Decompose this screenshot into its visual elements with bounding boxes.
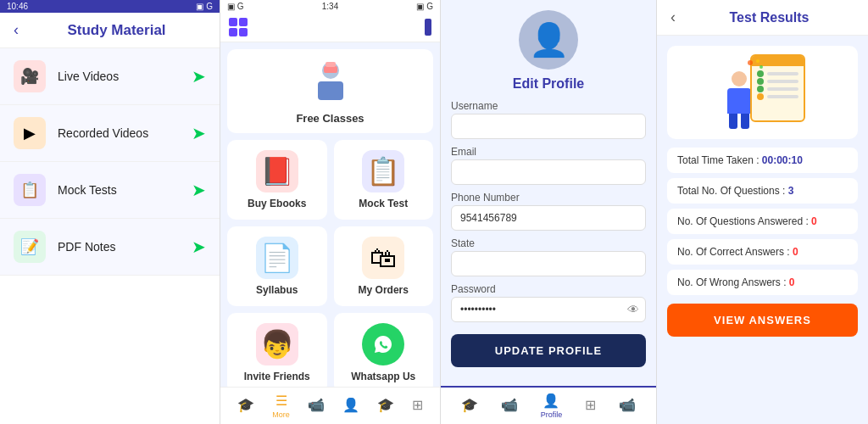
syllabus-card[interactable]: 📄 Syllabus — [227, 226, 327, 306]
clipboard-line-1 — [757, 71, 798, 75]
avatar-section: 👤 — [451, 10, 646, 70]
mock-tests-arrow: ➤ — [192, 180, 206, 200]
clipboard-text-3 — [767, 87, 798, 91]
home-icon-3: 🎓 — [461, 397, 478, 413]
email-input[interactable] — [451, 159, 646, 185]
svg-rect-2 — [324, 66, 337, 73]
nav-grid-3[interactable]: ⊞ — [585, 397, 596, 415]
clipboard-text-1 — [767, 72, 798, 75]
pdf-notes-label: PDF Notes — [58, 240, 192, 254]
edit-profile-content: 👤 Edit Profile Username Email Phone Numb… — [441, 0, 656, 386]
results-illustration — [721, 54, 805, 131]
syllabus-icon: 📄 — [256, 237, 298, 279]
check-icon-4 — [757, 93, 764, 100]
syllabus-label: Syllabus — [256, 284, 298, 296]
recorded-videos-label: Recorded Videos — [58, 126, 192, 140]
username-label: Username — [451, 100, 646, 112]
status-time-2: 1:34 — [322, 2, 338, 11]
whatsapp-icon — [362, 323, 404, 365]
nav-more-3[interactable]: 📹 — [619, 397, 636, 415]
result-questions-answered: No. Of Questions Answered : 0 — [667, 209, 858, 234]
total-questions-label: Total No. Of Questions : — [677, 185, 788, 197]
nav-profile-2[interactable]: 👤 — [342, 397, 359, 415]
grid-cards-container: 📕 Buy Ebooks 📋 Mock Test 📄 Syllabus 🛍 My… — [227, 140, 433, 387]
nav-grid-2[interactable]: ⊞ — [412, 397, 423, 415]
avatar: 👤 — [519, 10, 578, 70]
test-results-content: Total Time Taken : 00:00:10 Total No. Of… — [657, 36, 868, 424]
person-head — [732, 71, 747, 86]
update-profile-button[interactable]: UPDATE PROFILE — [451, 334, 646, 367]
side-indicator — [425, 19, 431, 36]
results-illustration-container — [667, 46, 858, 139]
username-field-group: Username — [451, 100, 646, 139]
whatsapp-us-card[interactable]: Whatsapp Us — [334, 313, 434, 387]
sidebar-item-mock-tests[interactable]: 📋 Mock Tests ➤ — [0, 162, 220, 219]
grid-icon-2: ⊞ — [412, 397, 423, 413]
free-classes-card[interactable]: Free Classes — [227, 49, 433, 133]
email-field-group: Email — [451, 146, 646, 185]
panel2-bottom-nav: 🎓 ☰ More 📹 👤 🎓 ⊞ — [220, 387, 440, 424]
more-icon-2: ☰ — [275, 393, 287, 409]
mock-test-icon: 📋 — [362, 150, 404, 192]
nav-home-3[interactable]: 🎓 — [461, 397, 478, 415]
panel2-grid-content: Free Classes 📕 Buy Ebooks 📋 Mock Test 📄 … — [220, 42, 440, 387]
panel1-header: ‹ Study Material — [0, 13, 220, 48]
more-icon-3: 📹 — [619, 397, 636, 413]
state-input[interactable] — [451, 251, 646, 276]
clipboard-line-2 — [757, 79, 798, 83]
person-body — [727, 88, 751, 114]
nav-profile-3[interactable]: 👤 Profile — [541, 393, 563, 419]
password-input[interactable] — [451, 297, 646, 322]
invite-friends-card[interactable]: 👦 Invite Friends — [227, 313, 327, 387]
nav-videos-3[interactable]: 📹 — [501, 397, 518, 415]
panel3-bottom-nav: 🎓 📹 👤 Profile ⊞ 📹 — [441, 386, 656, 424]
edit-profile-panel: 👤 Edit Profile Username Email Phone Numb… — [441, 0, 657, 424]
password-field-group: Password 👁 — [451, 283, 646, 322]
app-grid-panel: ▣ G 1:34 ▣ G Free Classes 📕 Buy Ebook — [220, 0, 441, 424]
home-icon-2: 🎓 — [237, 397, 254, 413]
result-time-taken: Total Time Taken : 00:00:10 — [667, 148, 858, 173]
view-answers-button[interactable]: VIEW ANSWERS — [667, 304, 858, 337]
password-label: Password — [451, 283, 646, 295]
clipboard-line-4 — [757, 94, 798, 98]
sidebar-item-live-videos[interactable]: 🎥 Live Videos ➤ — [0, 48, 220, 105]
grid-icon-3: ⊞ — [585, 397, 596, 413]
svg-point-6 — [756, 59, 760, 63]
result-wrong-answers: No. Of Wrong Answers : 0 — [667, 270, 858, 295]
password-field-wrapper: 👁 — [451, 297, 646, 322]
state-field-group: State — [451, 237, 646, 276]
buy-ebooks-card[interactable]: 📕 Buy Ebooks — [227, 140, 327, 220]
check-icon-3 — [757, 86, 764, 92]
time-taken-label: Total Time Taken : — [677, 154, 762, 166]
back-button-4[interactable]: ‹ — [670, 8, 676, 26]
videos-icon-2: 📹 — [308, 397, 325, 413]
result-correct-answers: No. Of Correct Answers : 0 — [667, 239, 858, 265]
status-icons-right-2: ▣ G — [416, 2, 433, 11]
eye-icon[interactable]: 👁 — [627, 303, 639, 316]
profile-icon-2: 👤 — [342, 397, 359, 413]
test-results-title: Test Results — [684, 10, 854, 25]
phone-input[interactable] — [451, 205, 646, 231]
status-icons-1: ▣ G — [196, 2, 213, 11]
mock-tests-label: Mock Tests — [58, 183, 192, 197]
grid-menu-icon[interactable] — [229, 18, 248, 36]
sidebar-item-recorded-videos[interactable]: ▶ Recorded Videos ➤ — [0, 105, 220, 162]
nav-more-2[interactable]: ☰ More — [272, 393, 290, 419]
panel1-title: Study Material — [27, 22, 206, 39]
nav-courses-2[interactable]: 🎓 — [377, 397, 394, 415]
live-videos-arrow: ➤ — [192, 66, 206, 86]
clipboard-text-4 — [767, 95, 798, 98]
status-time-1: 10:46 — [7, 2, 28, 11]
sidebar-item-pdf-notes[interactable]: 📝 PDF Notes ➤ — [0, 219, 220, 276]
nav-videos-2[interactable]: 📹 — [308, 397, 325, 415]
phone-label: Phone Number — [451, 192, 646, 204]
my-orders-card[interactable]: 🛍 My Orders — [334, 226, 434, 306]
nav-home-2[interactable]: 🎓 — [237, 397, 254, 415]
back-button-1[interactable]: ‹ — [14, 21, 19, 39]
username-input[interactable] — [451, 114, 646, 139]
panel2-topbar — [220, 13, 440, 42]
wrong-answers-label: No. Of Wrong Answers : — [677, 276, 789, 288]
wrong-answers-value: 0 — [789, 276, 795, 288]
svg-rect-3 — [326, 62, 336, 67]
mock-test-card[interactable]: 📋 Mock Test — [334, 140, 434, 220]
